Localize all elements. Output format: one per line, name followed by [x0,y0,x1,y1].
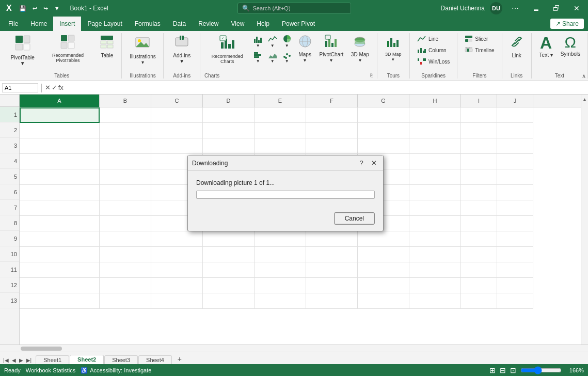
dialog-titlebar: Downloading ? ✕ [188,155,383,171]
dialog-footer: Cancel [188,212,383,231]
modal-overlay: Downloading ? ✕ Downloading picture 1 of… [0,0,588,376]
dialog-close-btn[interactable]: ✕ [369,158,379,168]
download-dialog: Downloading ? ✕ Downloading picture 1 of… [187,155,384,231]
dialog-help-btn[interactable]: ? [356,158,367,168]
dialog-title: Downloading [192,160,228,167]
dialog-cancel-btn[interactable]: Cancel [334,212,375,225]
dialog-body: Downloading picture 1 of 1... [188,171,383,212]
dialog-progress-bar [196,191,375,199]
dialog-progress-label: Downloading picture 1 of 1... [196,179,375,186]
dialog-title-buttons: ? ✕ [356,158,379,168]
